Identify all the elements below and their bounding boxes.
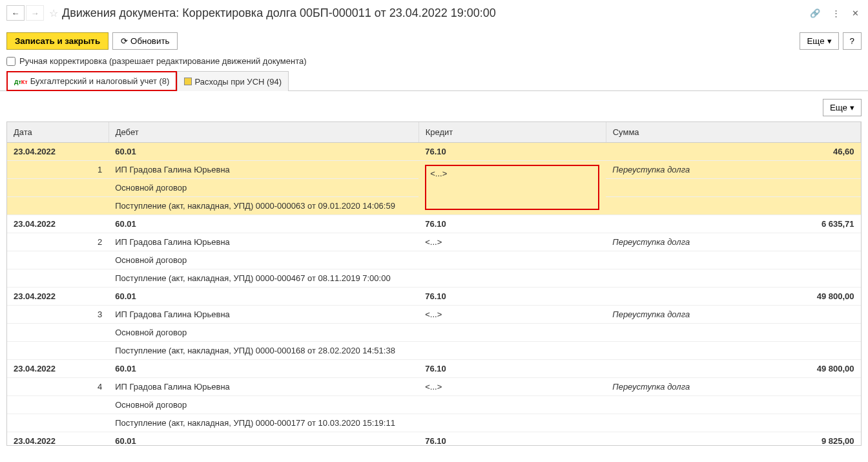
link-icon[interactable]: 🔗 [807,7,823,19]
entry-desc: Переуступка долга [606,233,860,251]
empty-cell [606,269,860,288]
empty-cell [606,324,860,342]
col-credit-header[interactable]: Кредит [418,122,606,143]
empty-cell [418,342,606,360]
entry-date: 23.04.2022 [7,143,108,161]
entry-date: 23.04.2022 [7,360,108,378]
empty-cell [606,396,860,414]
refresh-button[interactable]: ⟳ Обновить [112,32,178,50]
empty-cell [7,233,91,251]
col-date-header[interactable]: Дата [7,122,108,143]
table-row[interactable]: 1 ИП Градова Галина Юрьевна <...> Переус… [7,161,861,179]
chevron-down-icon: ▾ [827,36,832,46]
entry-num: 4 [91,378,108,396]
entry-debit-sub3: Поступление (акт, накладная, УПД) 0000-0… [108,197,418,215]
dt-kt-icon: ДтКт [14,76,28,86]
entry-credit-sub1: <...> [418,161,606,215]
tab-accounting[interactable]: ДтКт Бухгалтерский и налоговый учет (8) [6,71,177,91]
empty-cell [7,197,108,215]
entry-num: 2 [91,233,108,251]
entry-debit-sub1: ИП Градова Галина Юрьевна [108,306,418,324]
entry-date: 23.04.2022 [7,288,108,306]
entry-credit-acc: 76.10 [418,215,606,233]
entry-credit-acc: 76.10 [418,360,606,378]
entry-credit-acc: 76.10 [418,432,606,446]
save-close-button[interactable]: Записать и закрыть [6,32,108,50]
col-sum-header[interactable]: Сумма [606,122,860,143]
favorite-star-icon[interactable]: ☆ [49,7,58,19]
empty-cell [7,251,108,269]
entry-debit-sub2: Основной договор [108,251,418,269]
entry-debit-sub3: Поступление (акт, накладная, УПД) 0000-0… [108,269,418,288]
entry-credit-acc: 76.10 [418,288,606,306]
empty-cell [7,179,108,197]
entry-debit-sub1: ИП Градова Галина Юрьевна [108,233,418,251]
table-row[interactable]: 23.04.2022 60.01 76.10 9 825,00 [7,432,861,446]
menu-dots-icon[interactable]: ⋮ [829,7,843,19]
window-header: ← → ☆ Движения документа: Корректировка … [0,0,868,26]
entry-debit-sub2: Основной договор [108,324,418,342]
empty-cell [418,414,606,432]
table-row[interactable]: 2 ИП Градова Галина Юрьевна <...> Переус… [7,233,861,251]
close-icon[interactable]: ✕ [849,7,862,19]
table-row[interactable]: 23.04.2022 60.01 76.10 49 800,00 [7,288,861,306]
entries-table: Дата Дебет Кредит Сумма 23.04.2022 60.01… [7,122,861,445]
table-row[interactable]: Поступление (акт, накладная, УПД) 0000-0… [7,269,861,288]
entry-debit-acc: 60.01 [108,215,418,233]
entry-sum: 46,60 [606,143,860,161]
table-row[interactable]: Основной договор [7,396,861,414]
col-debit-header[interactable]: Дебет [108,122,418,143]
table-row[interactable]: 4 ИП Градова Галина Юрьевна <...> Переус… [7,378,861,396]
table-row[interactable]: Основной договор [7,251,861,269]
table-row[interactable]: 3 ИП Градова Галина Юрьевна <...> Переус… [7,306,861,324]
entry-debit-sub1: ИП Градова Галина Юрьевна [108,161,418,179]
table-icon [184,78,192,85]
empty-cell [7,324,108,342]
empty-cell [606,197,860,215]
nav-forward-button[interactable]: → [26,5,44,21]
entry-date: 23.04.2022 [7,432,108,446]
more-label: Еще [807,36,824,46]
empty-cell [606,251,860,269]
empty-cell [606,414,860,432]
more-button[interactable]: Еще ▾ [800,32,838,50]
entry-sum: 6 635,71 [606,215,860,233]
table-row[interactable]: Поступление (акт, накладная, УПД) 0000-0… [7,342,861,360]
manual-correction-label: Ручная корректировка (разрешает редактир… [19,56,307,66]
table-row[interactable]: 23.04.2022 60.01 76.10 46,60 [7,143,861,161]
entry-debit-sub3: Поступление (акт, накладная, УПД) 0000-0… [108,342,418,360]
empty-cell [7,396,108,414]
refresh-icon: ⟳ [121,36,128,46]
table-row[interactable]: Поступление (акт, накладная, УПД) 0000-0… [7,414,861,432]
inner-more-button[interactable]: Еще ▾ [823,99,862,116]
inner-toolbar: Еще ▾ [0,91,868,121]
tab-expenses-label: Расходы при УСН (94) [194,77,282,87]
entry-credit-sub1: <...> [418,306,606,324]
empty-cell [7,342,108,360]
entry-sum: 49 800,00 [606,360,860,378]
table-row[interactable]: Основной договор [7,324,861,342]
entry-debit-sub3: Поступление (акт, накладная, УПД) 0000-0… [108,414,418,432]
entry-credit-acc: 76.10 [418,143,606,161]
entry-desc: Переуступка долга [606,306,860,324]
inner-more-label: Еще [830,103,847,112]
table-row[interactable]: 23.04.2022 60.01 76.10 49 800,00 [7,360,861,378]
manual-correction-checkbox[interactable] [6,57,16,66]
tab-expenses-usn[interactable]: Расходы при УСН (94) [177,71,289,91]
page-title: Движения документа: Корректировка долга … [62,6,807,20]
entry-debit-acc: 60.01 [108,143,418,161]
entry-debit-acc: 60.01 [108,360,418,378]
help-button[interactable]: ? [843,32,862,50]
arrow-right-icon: → [31,8,39,18]
entry-num: 3 [91,306,108,324]
entry-sum: 9 825,00 [606,432,860,446]
arrow-left-icon: ← [12,8,20,18]
tabs: ДтКт Бухгалтерский и налоговый учет (8) … [0,71,868,91]
entry-num: 1 [91,161,108,179]
table-row[interactable]: 23.04.2022 60.01 76.10 6 635,71 [7,215,861,233]
nav-back-button[interactable]: ← [6,5,25,21]
empty-cell [7,269,108,288]
empty-cell [7,414,108,432]
entries-scroll[interactable]: Дата Дебет Кредит Сумма 23.04.2022 60.01… [7,122,861,445]
entry-sum: 49 800,00 [606,288,860,306]
